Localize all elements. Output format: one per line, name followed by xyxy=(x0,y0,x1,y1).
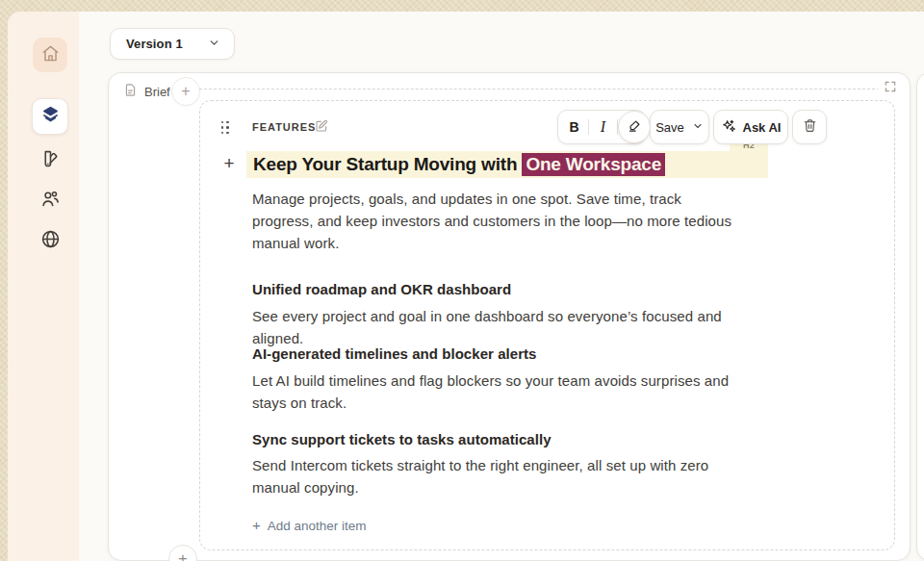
expand-icon xyxy=(884,80,897,97)
screen: Version 1 Brief + FEATURES B I xyxy=(0,0,924,561)
document-icon xyxy=(123,83,138,101)
plus-icon: + xyxy=(252,517,261,533)
highlight-button[interactable] xyxy=(618,111,651,143)
chevron-down-icon xyxy=(692,120,704,135)
trash-icon xyxy=(803,118,817,137)
feature-item-desc[interactable]: Let AI build timelines and flag blockers… xyxy=(252,370,760,414)
sparkles-icon xyxy=(721,118,736,137)
sidebar-item-pages[interactable] xyxy=(32,98,68,135)
tab-brief[interactable]: Brief xyxy=(123,81,170,102)
heading-selected-text: One Workspace xyxy=(522,153,665,176)
ask-ai-label: Ask AI xyxy=(743,120,782,135)
add-another-item-label: Add another item xyxy=(268,519,367,533)
expand-button[interactable] xyxy=(878,79,903,98)
sidebar-item-web[interactable] xyxy=(38,228,63,253)
feature-item-title[interactable]: Sync support tickets to tasks automatica… xyxy=(252,431,552,447)
home-icon xyxy=(41,44,60,66)
ask-ai-button[interactable]: Ask AI xyxy=(713,110,788,144)
edit-section-icon[interactable] xyxy=(315,119,328,137)
italic-button[interactable]: I xyxy=(589,111,617,143)
add-tab-button[interactable]: + xyxy=(171,77,200,106)
feature-item-desc[interactable]: Send Intercom tickets straight to the ri… xyxy=(252,454,753,498)
add-another-item-button[interactable]: + Add another item xyxy=(252,518,367,533)
delete-button[interactable] xyxy=(792,110,827,144)
canvas-divider xyxy=(199,89,899,89)
highlighter-icon xyxy=(628,118,642,137)
feature-item-title[interactable]: Unified roadmap and OKR dashboard xyxy=(252,281,511,297)
sidebar-item-design[interactable] xyxy=(38,148,63,173)
heading-prefix: Keep Your Startup Moving with xyxy=(253,154,522,174)
plus-icon: + xyxy=(178,550,187,561)
globe-icon xyxy=(40,229,61,253)
sidebar-item-people[interactable] xyxy=(38,188,63,213)
heading-text: Keep Your Startup Moving with One Worksp… xyxy=(253,154,665,175)
save-dropdown[interactable]: Save xyxy=(650,110,709,144)
chevron-down-icon xyxy=(208,36,220,53)
layers-icon xyxy=(40,105,61,129)
sidebar xyxy=(8,12,79,561)
users-icon xyxy=(40,189,61,213)
sidebar-item-home[interactable] xyxy=(33,38,67,72)
feature-item-desc[interactable]: See every project and goal in one dashbo… xyxy=(252,305,772,349)
add-block-button[interactable]: + xyxy=(219,154,239,173)
intro-paragraph[interactable]: Manage projects, goals, and updates in o… xyxy=(252,188,733,254)
version-selector[interactable]: Version 1 xyxy=(110,28,235,60)
bold-button[interactable]: B xyxy=(560,111,588,143)
swatch-icon xyxy=(40,149,61,173)
version-label: Version 1 xyxy=(126,37,183,51)
format-toolbar: B I xyxy=(557,110,646,144)
drag-handle[interactable] xyxy=(220,120,233,135)
section-heading[interactable]: Keep Your Startup Moving with One Worksp… xyxy=(246,151,768,178)
tab-brief-label: Brief xyxy=(144,85,170,99)
feature-item-title[interactable]: AI-generated timelines and blocker alert… xyxy=(252,345,536,362)
save-label: Save xyxy=(655,120,684,135)
plus-icon: + xyxy=(181,83,190,100)
section-label: FEATURES xyxy=(252,121,316,133)
next-document-card-edge[interactable] xyxy=(916,72,924,561)
